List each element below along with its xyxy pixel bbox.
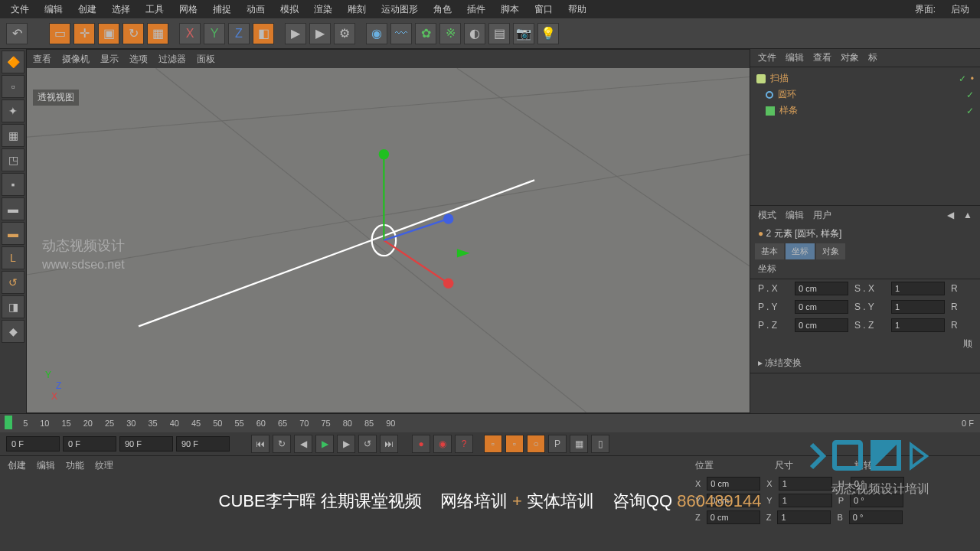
object-list[interactable]: 扫描 ✓• 圆环 ✓ 样条 ✓ xyxy=(750,67,980,205)
camera-tool[interactable]: 📷 xyxy=(513,23,534,44)
menu-edit[interactable]: 编辑 xyxy=(37,3,70,16)
key-pos[interactable]: ▫ xyxy=(484,435,502,453)
texture-mode[interactable]: ▦ xyxy=(2,124,24,147)
axis-mode[interactable]: L xyxy=(2,246,24,269)
attr-user[interactable]: 用户 xyxy=(813,209,831,222)
prev-key[interactable]: ↻ xyxy=(273,435,291,453)
menu-select[interactable]: 选择 xyxy=(104,3,138,16)
range-start[interactable] xyxy=(63,436,116,452)
light-tool[interactable]: 💡 xyxy=(537,23,559,44)
render-region[interactable]: ▶ xyxy=(309,23,331,44)
spline-pen[interactable]: 〰 xyxy=(390,23,412,44)
menu-character[interactable]: 角色 xyxy=(426,3,459,16)
enable-axis[interactable]: ↺ xyxy=(2,271,24,294)
input-pz[interactable] xyxy=(795,318,848,332)
input-sz[interactable] xyxy=(891,318,945,332)
axis-x-lock[interactable]: X xyxy=(179,23,201,44)
freeze-section[interactable]: ▸ 冻结变换 xyxy=(750,354,980,373)
start-frame[interactable] xyxy=(6,436,60,452)
key-rot[interactable]: ○ xyxy=(527,435,545,453)
menu-render[interactable]: 渲染 xyxy=(306,3,340,16)
play-button[interactable]: ▶ xyxy=(315,435,334,453)
input-px[interactable] xyxy=(795,282,848,295)
timeline-ruler[interactable]: 0510 152025 303540 455055 606570 758085 … xyxy=(0,414,980,432)
vp-display[interactable]: 显示 xyxy=(100,53,119,66)
primitive-cube[interactable]: ◉ xyxy=(366,23,387,44)
input-sx[interactable] xyxy=(891,282,945,295)
next-key[interactable]: ↺ xyxy=(358,435,377,453)
attr-nav-back[interactable]: ◀ xyxy=(947,210,954,220)
menu-plugins[interactable]: 插件 xyxy=(459,3,493,16)
menu-mograph[interactable]: 运动图形 xyxy=(374,3,426,16)
next-frame[interactable]: ▶ xyxy=(337,435,355,453)
menu-help[interactable]: 帮助 xyxy=(560,3,594,16)
menu-script[interactable]: 脚本 xyxy=(493,3,527,16)
render-settings[interactable]: ⚙ xyxy=(334,23,355,44)
model-mode[interactable]: ▫ xyxy=(2,75,24,98)
nurbs-tool[interactable]: ✿ xyxy=(415,23,436,44)
input-sy[interactable] xyxy=(891,300,945,314)
mat-create[interactable]: 创建 xyxy=(8,459,26,472)
snap-toggle[interactable]: ◆ xyxy=(2,320,24,343)
mat-function[interactable]: 功能 xyxy=(66,459,84,472)
om-file[interactable]: 文件 xyxy=(758,51,776,64)
vp-options[interactable]: 选项 xyxy=(129,53,148,66)
array-tool[interactable]: ※ xyxy=(439,23,461,44)
vp-filter[interactable]: 过滤器 xyxy=(158,53,186,66)
key-pla[interactable]: ▦ xyxy=(570,435,588,453)
recent-tool[interactable]: ▦ xyxy=(147,23,168,44)
object-sweep[interactable]: 扫描 ✓• xyxy=(753,70,977,86)
mat-edit[interactable]: 编辑 xyxy=(37,459,55,472)
goto-start[interactable]: ⏮ xyxy=(251,435,270,453)
menu-create[interactable]: 创建 xyxy=(70,3,104,16)
menu-simulate[interactable]: 模拟 xyxy=(273,3,306,16)
prev-frame[interactable]: ◀ xyxy=(294,435,312,453)
object-mode[interactable]: ✦ xyxy=(2,99,24,122)
om-view[interactable]: 查看 xyxy=(813,51,831,64)
om-objects[interactable]: 对象 xyxy=(841,51,859,64)
attr-edit[interactable]: 编辑 xyxy=(786,209,804,222)
polygon-mode[interactable]: ▬ xyxy=(2,222,24,245)
menu-window[interactable]: 窗口 xyxy=(527,3,560,16)
om-tags[interactable]: 标 xyxy=(868,51,877,64)
mat-texture[interactable]: 纹理 xyxy=(95,459,113,472)
undo-button[interactable]: ↶ xyxy=(6,23,28,44)
coord-system[interactable]: ◧ xyxy=(253,23,274,44)
record-key[interactable]: ● xyxy=(412,435,430,453)
axis-y-lock[interactable]: Y xyxy=(204,23,225,44)
interface-value[interactable]: 启动 xyxy=(943,3,977,16)
goto-end[interactable]: ⏭ xyxy=(380,435,398,453)
edge-mode[interactable]: ▬ xyxy=(2,197,24,220)
scale-tool[interactable]: ▣ xyxy=(98,23,119,44)
select-tool[interactable]: ▭ xyxy=(49,23,70,44)
size-z[interactable] xyxy=(777,510,831,524)
render-view[interactable]: ▶ xyxy=(285,23,306,44)
keyframe-sel[interactable]: ? xyxy=(455,435,473,453)
autokey[interactable]: ◉ xyxy=(433,435,452,453)
tab-object[interactable]: 对象 xyxy=(816,243,845,259)
viewport-solo[interactable]: ◨ xyxy=(2,295,24,318)
perspective-viewport[interactable]: 透视视图 xyxy=(27,68,750,412)
deformer-tool[interactable]: ◐ xyxy=(464,23,485,44)
key-anim[interactable]: ▯ xyxy=(591,435,609,453)
rot-b[interactable] xyxy=(849,510,903,524)
key-param[interactable]: P xyxy=(548,435,567,453)
menu-file[interactable]: 文件 xyxy=(3,3,37,16)
input-py[interactable] xyxy=(795,300,848,314)
vp-panel[interactable]: 面板 xyxy=(197,53,215,66)
menu-sculpt[interactable]: 雕刻 xyxy=(340,3,374,16)
workplane-mode[interactable]: ◳ xyxy=(2,148,24,171)
key-scale[interactable]: ▫ xyxy=(505,435,524,453)
playhead[interactable] xyxy=(5,416,12,429)
vp-camera[interactable]: 摄像机 xyxy=(62,53,90,66)
tab-basic[interactable]: 基本 xyxy=(755,243,784,259)
menu-mesh[interactable]: 网格 xyxy=(172,3,205,16)
range-end[interactable] xyxy=(119,436,173,452)
end-frame[interactable] xyxy=(176,436,230,452)
attr-mode[interactable]: 模式 xyxy=(758,209,776,222)
make-editable[interactable]: 🔶 xyxy=(2,51,24,73)
pos-x[interactable] xyxy=(707,477,760,491)
rotate-tool[interactable]: ↻ xyxy=(122,23,144,44)
point-mode[interactable]: ▪ xyxy=(2,173,24,196)
floor-tool[interactable]: ▤ xyxy=(488,23,510,44)
